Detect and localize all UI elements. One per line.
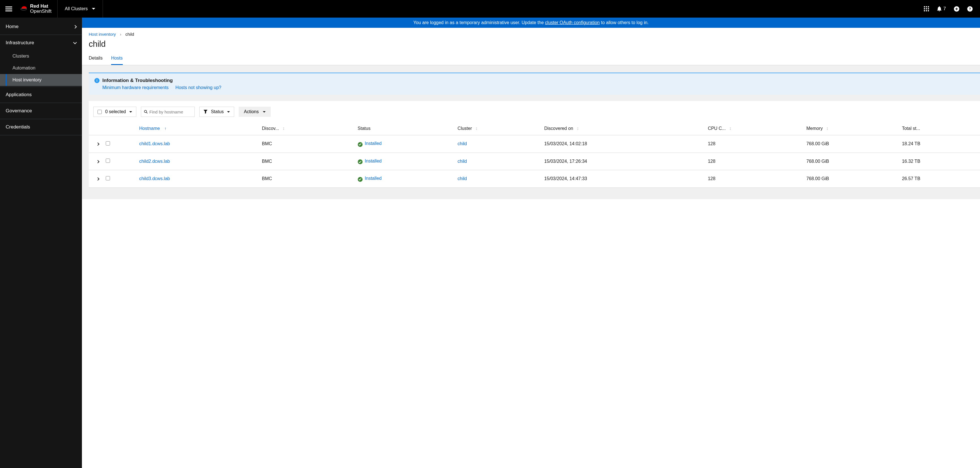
status-filter-label: Status bbox=[211, 109, 224, 114]
cell-discovered: 15/03/2024, 14:02:18 bbox=[541, 135, 705, 153]
brand-text: Red Hat OpenShift bbox=[30, 4, 52, 14]
svg-rect-8 bbox=[928, 10, 929, 11]
hostname-search-input[interactable] bbox=[148, 107, 192, 116]
hosts-not-showing-link[interactable]: Hosts not showing up? bbox=[175, 85, 221, 90]
sidebar-item-automation[interactable]: Automation bbox=[0, 62, 82, 74]
info-title: Information & Troubleshooting bbox=[102, 78, 173, 83]
sidebar-item-infrastructure[interactable]: Infrastructure bbox=[0, 35, 82, 50]
tab-details[interactable]: Details bbox=[89, 53, 103, 65]
brand-logo[interactable]: Red Hat OpenShift bbox=[18, 0, 57, 18]
sidebar-nav: Home Infrastructure Clusters Automation … bbox=[0, 18, 82, 468]
hostname-search[interactable] bbox=[141, 107, 195, 117]
table-row: child2.dcws.labBMCInstalledchild15/03/20… bbox=[89, 153, 980, 170]
row-select-checkbox[interactable] bbox=[106, 159, 110, 163]
status-filter-button[interactable]: Status bbox=[199, 107, 234, 117]
page-title: child bbox=[82, 38, 980, 53]
notifications-button[interactable]: 7 bbox=[937, 6, 946, 12]
expand-row-button[interactable] bbox=[96, 178, 99, 181]
info-circle-icon: i bbox=[94, 78, 100, 83]
expand-row-button[interactable] bbox=[96, 160, 99, 163]
status-link[interactable]: Installed bbox=[365, 176, 382, 181]
sidebar-item-applications[interactable]: Applications bbox=[0, 88, 82, 102]
status-link[interactable]: Installed bbox=[365, 141, 382, 146]
tab-hosts[interactable]: Hosts bbox=[111, 53, 123, 65]
col-memory[interactable]: Memory↕ bbox=[803, 122, 899, 135]
banner-text-pre: You are logged in as a temporary adminis… bbox=[413, 20, 545, 25]
col-status[interactable]: Status bbox=[355, 122, 455, 135]
caret-down-icon bbox=[227, 111, 230, 113]
filter-icon bbox=[204, 110, 207, 114]
svg-rect-0 bbox=[924, 6, 925, 7]
chevron-down-icon bbox=[73, 41, 77, 44]
hostname-link[interactable]: child3.dcws.lab bbox=[139, 176, 170, 181]
svg-point-12 bbox=[144, 110, 146, 113]
check-circle-icon bbox=[358, 177, 363, 182]
sort-icon: ↕ bbox=[826, 126, 828, 131]
cell-memory: 768.00 GiB bbox=[803, 135, 899, 153]
check-circle-icon bbox=[358, 142, 363, 147]
sidebar-item-credentials[interactable]: Credentials bbox=[0, 120, 82, 134]
sidebar-item-governance[interactable]: Governance bbox=[0, 103, 82, 118]
help-button[interactable]: ? bbox=[967, 6, 973, 12]
cluster-link[interactable]: child bbox=[458, 176, 467, 181]
oauth-warning-banner: You are logged in as a temporary adminis… bbox=[82, 18, 980, 28]
cell-cpu: 128 bbox=[705, 135, 804, 153]
cell-discovery: BMC bbox=[259, 170, 355, 188]
sidebar-item-host-inventory[interactable]: Host inventory bbox=[0, 74, 82, 86]
info-troubleshooting-panel: i Information & Troubleshooting Minimum … bbox=[89, 73, 980, 95]
expand-row-button[interactable] bbox=[96, 143, 99, 146]
hostname-link[interactable]: child2.dcws.lab bbox=[139, 159, 170, 164]
svg-rect-7 bbox=[926, 10, 927, 11]
nav-label: Infrastructure bbox=[6, 40, 34, 46]
nav-toggle-button[interactable] bbox=[0, 0, 18, 18]
col-cpu[interactable]: CPU C...↕ bbox=[705, 122, 804, 135]
cell-storage: 18.24 TB bbox=[899, 135, 980, 153]
svg-rect-5 bbox=[928, 8, 929, 10]
cell-cpu: 128 bbox=[705, 170, 804, 188]
caret-down-icon bbox=[129, 111, 132, 113]
col-storage[interactable]: Total st... bbox=[899, 122, 980, 135]
cluster-context-switcher[interactable]: All Clusters bbox=[57, 0, 103, 18]
check-circle-icon bbox=[358, 159, 363, 164]
col-expand bbox=[89, 122, 103, 135]
row-select-checkbox[interactable] bbox=[106, 141, 110, 145]
main-content: You are logged in as a temporary adminis… bbox=[82, 18, 980, 468]
actions-label: Actions bbox=[244, 109, 259, 114]
col-hostname[interactable]: Hostname↑ bbox=[136, 122, 259, 135]
cell-cpu: 128 bbox=[705, 153, 804, 170]
col-discovery[interactable]: Discov...↕ bbox=[259, 122, 355, 135]
sidebar-item-home[interactable]: Home bbox=[0, 19, 82, 34]
cell-discovered: 15/03/2024, 14:47:33 bbox=[541, 170, 705, 188]
cell-storage: 16.32 TB bbox=[899, 153, 980, 170]
status-link[interactable]: Installed bbox=[365, 159, 382, 163]
hosts-table-card: 0 selected Status Actions bbox=[89, 101, 980, 188]
hosts-table: Hostname↑ Discov...↕ Status Cluster↕ Dis… bbox=[89, 122, 980, 188]
svg-line-13 bbox=[146, 112, 147, 113]
svg-rect-4 bbox=[926, 8, 927, 10]
hostname-link[interactable]: child1.dcws.lab bbox=[139, 141, 170, 146]
breadcrumb-root[interactable]: Host inventory bbox=[89, 32, 116, 37]
import-add-button[interactable] bbox=[954, 6, 959, 12]
search-icon bbox=[144, 110, 148, 114]
bulk-select-button[interactable]: 0 selected bbox=[93, 107, 136, 117]
oauth-config-link[interactable]: cluster OAuth configuration bbox=[545, 20, 600, 25]
col-discovered-on[interactable]: Discovered on↕ bbox=[541, 122, 705, 135]
cluster-link[interactable]: child bbox=[458, 159, 467, 164]
col-cluster[interactable]: Cluster↕ bbox=[455, 122, 541, 135]
svg-rect-1 bbox=[926, 6, 927, 7]
cell-status: Installed bbox=[355, 153, 455, 170]
banner-text-post: to allow others to log in. bbox=[600, 20, 649, 25]
cluster-link[interactable]: child bbox=[458, 141, 467, 146]
cell-status: Installed bbox=[355, 135, 455, 153]
svg-rect-2 bbox=[928, 6, 929, 7]
page-tabs: Details Hosts bbox=[82, 53, 980, 65]
row-select-checkbox[interactable] bbox=[106, 176, 110, 180]
caret-down-icon bbox=[263, 111, 266, 113]
sort-icon: ↕ bbox=[476, 126, 478, 131]
context-label: All Clusters bbox=[65, 6, 88, 11]
actions-dropdown-button[interactable]: Actions bbox=[239, 107, 270, 117]
bulk-select-checkbox[interactable] bbox=[97, 110, 102, 114]
min-hardware-link[interactable]: Minimum hardware requirements bbox=[102, 85, 169, 90]
sidebar-item-clusters[interactable]: Clusters bbox=[0, 50, 82, 62]
app-launcher-button[interactable] bbox=[924, 6, 929, 11]
